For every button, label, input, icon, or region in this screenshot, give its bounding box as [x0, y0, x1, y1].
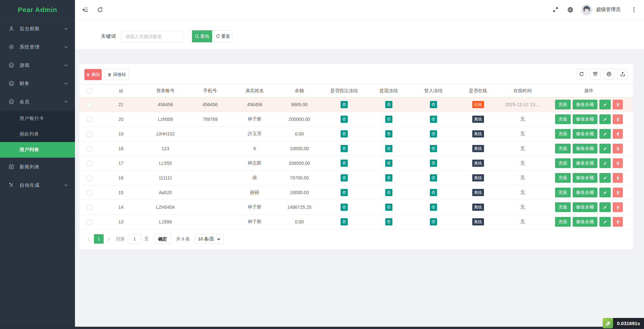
row-checkbox[interactable] [87, 190, 92, 195]
select-all-checkbox[interactable] [87, 88, 92, 93]
columns-filter-icon[interactable] [590, 69, 601, 79]
modify-balance-button[interactable]: 修改余额 [573, 158, 597, 168]
withdraw-frozen-badge[interactable]: 否 [385, 130, 392, 137]
prev-page-icon[interactable] [84, 235, 93, 244]
page-number-active[interactable]: 1 [94, 234, 104, 244]
sidebar-item-games[interactable]: 游戏 [0, 56, 75, 74]
login-frozen-badge[interactable]: 否 [430, 116, 437, 123]
bet-frozen-badge[interactable]: 否 [341, 204, 348, 211]
row-checkbox[interactable] [87, 102, 92, 107]
bet-frozen-badge[interactable]: 否 [341, 160, 348, 167]
delete-button[interactable]: 删除 [84, 69, 102, 80]
login-frozen-badge[interactable]: 否 [430, 189, 437, 196]
delete-row-button[interactable] [613, 202, 623, 212]
modify-balance-button[interactable]: 修改余额 [573, 100, 597, 109]
sidebar-item-system-mgmt[interactable]: 系统管理 [0, 38, 75, 56]
login-frozen-badge[interactable]: 否 [430, 204, 437, 211]
recharge-button[interactable]: 充值 [555, 100, 571, 109]
sidebar-item-donation-list[interactable]: 捐款列表 [0, 126, 75, 142]
edit-button[interactable] [599, 158, 611, 168]
withdraw-frozen-badge[interactable]: 否 [385, 116, 392, 123]
modify-balance-button[interactable]: 修改余额 [573, 173, 597, 183]
row-checkbox[interactable] [87, 132, 92, 137]
delete-row-button[interactable] [613, 188, 623, 197]
withdraw-frozen-badge[interactable]: 否 [385, 204, 392, 211]
more-menu-icon[interactable] [626, 0, 641, 20]
recharge-button[interactable]: 充值 [555, 144, 571, 153]
recharge-button[interactable]: 充值 [555, 114, 571, 124]
bet-frozen-badge[interactable]: 否 [341, 174, 348, 181]
modify-balance-button[interactable]: 修改余额 [573, 144, 597, 153]
sidebar-item-user-list[interactable]: 用户列表 [0, 142, 75, 158]
withdraw-frozen-badge[interactable]: 否 [385, 174, 392, 181]
reset-button[interactable]: 重置 [214, 30, 232, 42]
username[interactable]: 超级管理员 [596, 7, 621, 13]
modify-balance-button[interactable]: 修改余额 [573, 188, 597, 197]
row-checkbox[interactable] [87, 146, 92, 151]
edit-button[interactable] [599, 129, 611, 139]
recharge-button[interactable]: 充值 [555, 188, 571, 197]
delete-row-button[interactable] [613, 114, 623, 124]
withdraw-frozen-badge[interactable]: 否 [385, 160, 392, 167]
row-checkbox[interactable] [87, 161, 92, 166]
login-frozen-badge[interactable]: 否 [430, 174, 437, 181]
withdraw-frozen-badge[interactable]: 否 [385, 145, 392, 152]
edit-button[interactable] [599, 188, 611, 197]
sidebar-item-auto-generate[interactable]: 自动生成 [0, 176, 75, 194]
modify-balance-button[interactable]: 修改余额 [573, 202, 597, 212]
export-icon[interactable] [617, 69, 628, 79]
login-frozen-badge[interactable]: 否 [430, 160, 437, 167]
table-refresh-icon[interactable] [576, 69, 587, 79]
query-button[interactable]: 查询 [192, 30, 212, 42]
sidebar-item-user-bank-cards[interactable]: 用户银行卡 [0, 111, 75, 126]
withdraw-frozen-badge[interactable]: 否 [385, 189, 392, 196]
debug-timer-badge[interactable]: 0.031691s [603, 318, 644, 328]
sidebar-item-finance[interactable]: 财务 [0, 74, 75, 93]
bet-frozen-badge[interactable]: 否 [341, 218, 348, 225]
delete-row-button[interactable] [613, 217, 623, 227]
modify-balance-button[interactable]: 修改余额 [573, 114, 597, 124]
login-frozen-badge[interactable]: 否 [430, 101, 437, 108]
modify-balance-button[interactable]: 修改余额 [573, 129, 597, 139]
sidebar-item-news-list[interactable]: 新闻列表 [0, 158, 75, 176]
recharge-button[interactable]: 充值 [555, 129, 571, 139]
page-size-select[interactable]: 10 条/页 [195, 234, 224, 244]
delete-row-button[interactable] [613, 129, 623, 139]
goto-page-input[interactable] [128, 234, 141, 244]
sidebar-item-backend-perms[interactable]: 后台权限 [0, 20, 75, 38]
recharge-button[interactable]: 充值 [555, 173, 571, 183]
delete-row-button[interactable] [613, 158, 623, 168]
bet-frozen-badge[interactable]: 否 [341, 145, 348, 152]
delete-row-button[interactable] [613, 173, 623, 183]
sidebar-item-members[interactable]: 会员 [0, 93, 75, 111]
fullscreen-icon[interactable] [548, 0, 563, 20]
recharge-button[interactable]: 充值 [555, 217, 571, 227]
row-checkbox[interactable] [87, 220, 92, 225]
avatar[interactable] [581, 4, 592, 15]
row-checkbox[interactable] [87, 176, 92, 181]
modify-balance-button[interactable]: 修改余额 [573, 217, 597, 227]
row-checkbox[interactable] [87, 117, 92, 122]
login-frozen-badge[interactable]: 否 [430, 145, 437, 152]
delete-row-button[interactable] [613, 100, 623, 109]
edit-button[interactable] [599, 100, 611, 109]
edit-button[interactable] [599, 217, 611, 227]
goto-confirm-button[interactable]: 确定 [154, 234, 172, 244]
print-icon[interactable] [604, 69, 614, 79]
edit-button[interactable] [599, 173, 611, 183]
refresh-page-icon[interactable] [93, 0, 108, 20]
delete-row-button[interactable] [613, 144, 623, 153]
withdraw-frozen-badge[interactable]: 否 [385, 101, 392, 108]
bet-frozen-badge[interactable]: 否 [341, 116, 348, 123]
row-checkbox[interactable] [87, 205, 92, 210]
bet-frozen-badge[interactable]: 否 [341, 101, 348, 108]
edit-button[interactable] [599, 202, 611, 212]
bet-frozen-badge[interactable]: 否 [341, 130, 348, 137]
edit-button[interactable] [599, 144, 611, 153]
recycle-bin-button[interactable]: 回收站 [105, 69, 129, 80]
login-frozen-badge[interactable]: 否 [430, 218, 437, 225]
collapse-sidebar-icon[interactable] [78, 0, 93, 20]
language-globe-icon[interactable] [563, 0, 578, 20]
withdraw-frozen-badge[interactable]: 否 [385, 218, 392, 225]
keyword-input[interactable] [121, 31, 183, 42]
